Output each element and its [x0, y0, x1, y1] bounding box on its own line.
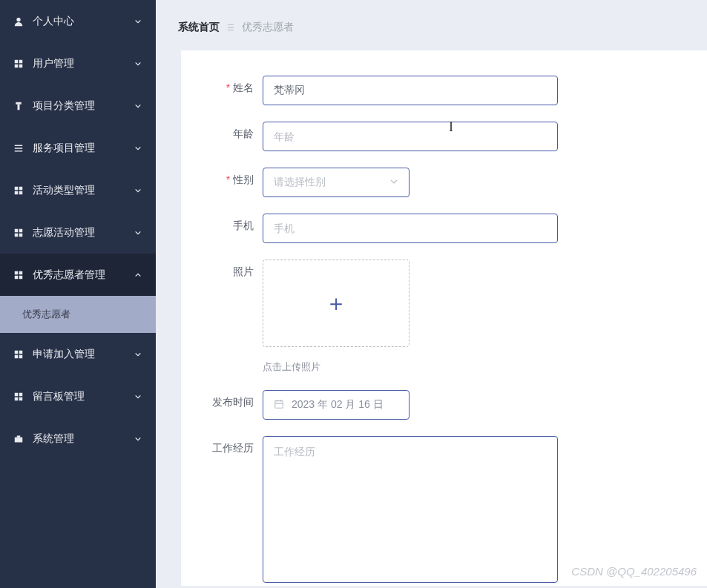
chevron-down-icon: [134, 435, 142, 443]
chevron-down-icon: [134, 392, 142, 401]
svg-rect-7: [15, 145, 23, 146]
svg-rect-26: [15, 392, 19, 396]
chevron-down-icon: [134, 228, 142, 237]
sidebar-item-label: 活动类型管理: [33, 184, 95, 197]
grid-icon: [13, 185, 24, 196]
photo-upload-hint: 点击上传照片: [263, 360, 410, 374]
sidebar-item-system-management[interactable]: 系统管理: [0, 417, 156, 460]
svg-rect-15: [19, 228, 23, 232]
sidebar-item-label: 服务项目管理: [33, 142, 95, 155]
age-label: 年龄: [181, 122, 263, 141]
sidebar-item-label: 系统管理: [33, 432, 74, 446]
svg-rect-9: [15, 151, 23, 152]
sidebar-item-activity-type[interactable]: 活动类型管理: [0, 169, 156, 211]
sidebar-item-project-category[interactable]: 项目分类管理: [0, 85, 156, 127]
gender-label: 性别: [181, 168, 263, 187]
sidebar-item-label: 留言板管理: [33, 390, 85, 403]
svg-rect-25: [19, 354, 23, 358]
svg-rect-28: [15, 397, 19, 400]
breadcrumb-separator: ☰: [227, 23, 234, 33]
gender-select[interactable]: 请选择性别: [263, 168, 410, 197]
chevron-down-icon: [389, 176, 398, 188]
svg-rect-29: [19, 397, 23, 400]
breadcrumb-home[interactable]: 系统首页: [178, 21, 220, 34]
sidebar-item-personal-center[interactable]: 个人中心: [0, 0, 156, 42]
photo-label: 照片: [181, 260, 263, 279]
svg-rect-11: [19, 186, 23, 190]
form-panel: 姓名 年龄 性别 请选择性别 手机: [181, 50, 707, 586]
svg-rect-20: [15, 275, 19, 279]
svg-rect-14: [15, 228, 19, 232]
grid-icon: [13, 392, 24, 402]
chevron-down-icon: [134, 17, 142, 26]
sidebar-item-label: 用户管理: [33, 57, 74, 70]
svg-rect-3: [15, 64, 19, 67]
sidebar-item-label: 申请加入管理: [33, 348, 95, 361]
age-input[interactable]: [263, 122, 558, 151]
svg-rect-10: [15, 186, 19, 190]
svg-rect-19: [19, 271, 23, 274]
person-icon: [13, 16, 24, 27]
chevron-down-icon: [134, 144, 142, 153]
sidebar-item-excellent-volunteer[interactable]: 优秀志愿者管理: [0, 254, 156, 296]
svg-rect-17: [19, 233, 23, 237]
sidebar-item-apply-join[interactable]: 申请加入管理: [0, 333, 156, 375]
svg-rect-1: [15, 59, 19, 63]
chevron-down-icon: [134, 59, 142, 68]
svg-rect-6: [18, 104, 20, 110]
svg-rect-22: [15, 350, 19, 354]
svg-rect-13: [19, 191, 23, 194]
svg-rect-30: [15, 437, 23, 442]
svg-rect-16: [15, 233, 19, 237]
work-history-textarea[interactable]: [263, 436, 558, 583]
svg-rect-23: [19, 350, 23, 354]
grid-icon: [13, 270, 24, 280]
list-icon: [13, 143, 24, 153]
calendar-icon: [274, 399, 284, 412]
breadcrumb-current: 优秀志愿者: [242, 21, 294, 34]
svg-rect-27: [19, 392, 23, 396]
publish-date-input[interactable]: 2023 年 02 月 16 日: [263, 390, 410, 420]
chevron-down-icon: [134, 350, 142, 359]
grid-icon: [13, 349, 24, 360]
sidebar-item-label: 志愿活动管理: [33, 226, 95, 240]
briefcase-icon: [13, 434, 24, 444]
svg-rect-24: [15, 354, 19, 358]
svg-rect-31: [17, 435, 21, 437]
work-history-label: 工作经历: [181, 436, 263, 455]
svg-rect-5: [16, 102, 22, 104]
svg-rect-21: [19, 275, 23, 279]
sidebar: 个人中心 用户管理 项目分类管理 服务项目管理 活动类型管理: [0, 0, 156, 588]
svg-rect-4: [19, 64, 23, 67]
sidebar-item-message-board[interactable]: 留言板管理: [0, 375, 156, 417]
gender-placeholder: 请选择性别: [274, 176, 326, 189]
sidebar-item-volunteer-activity[interactable]: 志愿活动管理: [0, 211, 156, 254]
tag-icon: [13, 101, 24, 111]
svg-rect-12: [15, 191, 19, 194]
plus-icon: ＋: [325, 288, 347, 319]
chevron-down-icon: [134, 102, 142, 110]
svg-rect-18: [15, 271, 19, 274]
name-label: 姓名: [181, 76, 263, 95]
chevron-up-icon: [134, 271, 142, 280]
svg-rect-2: [19, 59, 23, 63]
sidebar-item-label: 个人中心: [33, 15, 74, 28]
phone-input[interactable]: [263, 214, 558, 243]
sidebar-item-label: 优秀志愿者管理: [33, 268, 105, 282]
sidebar-item-service-project[interactable]: 服务项目管理: [0, 127, 156, 169]
publish-date-label: 发布时间: [181, 390, 263, 409]
sidebar-item-label: 项目分类管理: [33, 99, 95, 113]
grid-icon: [13, 228, 24, 238]
date-value: 2023 年 02 月 16 日: [292, 398, 384, 412]
svg-point-0: [16, 17, 20, 21]
chevron-down-icon: [134, 186, 142, 195]
grid-icon: [13, 59, 24, 69]
name-input[interactable]: [263, 76, 558, 105]
breadcrumb: 系统首页 ☰ 优秀志愿者: [156, 0, 707, 50]
sidebar-item-user-management[interactable]: 用户管理: [0, 42, 156, 85]
svg-rect-8: [15, 148, 23, 149]
svg-rect-32: [275, 400, 283, 408]
phone-label: 手机: [181, 214, 263, 233]
sidebar-submenu-excellent-volunteer[interactable]: 优秀志愿者: [0, 296, 156, 333]
photo-upload[interactable]: ＋: [263, 260, 410, 347]
